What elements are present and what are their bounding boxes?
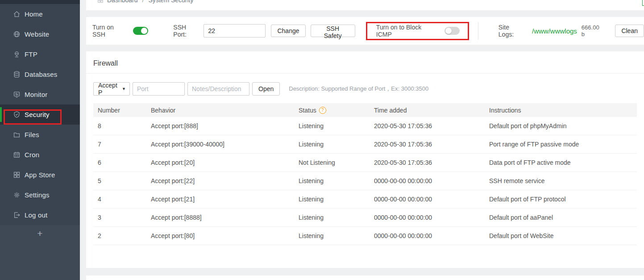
cell-instructions: Default port of FTP protocol — [485, 196, 637, 203]
header-instructions: Instructions — [485, 107, 637, 114]
table-row: 6 Accept port:[20] Not Listening 2020-05… — [93, 154, 637, 172]
cell-number: 8 — [93, 122, 146, 130]
header-status: Status ? — [294, 107, 370, 114]
header-time-added: Time added — [370, 107, 485, 114]
calendar-icon — [13, 151, 21, 159]
cell-behavior: Accept port:[20] — [146, 159, 294, 166]
cell-number: 6 — [93, 159, 146, 166]
clean-logs-button[interactable]: Clean — [615, 25, 644, 37]
ssh-port-input[interactable] — [204, 24, 266, 38]
folder-icon — [13, 131, 21, 138]
ssh-toggle[interactable] — [133, 27, 148, 35]
cell-instructions: Data port of FTP active mode — [485, 159, 637, 166]
sidebar-item-ftp[interactable]: FTP — [0, 44, 80, 64]
open-port-button[interactable]: Open — [252, 82, 280, 96]
table-row: 4 Accept port:[21] Listening 0000-00-00 … — [93, 190, 637, 209]
status-help-icon[interactable]: ? — [319, 107, 326, 114]
port-range-description: Description: Supported Range of Port，Ex:… — [289, 85, 428, 93]
sidebar-item-label: Databases — [25, 71, 58, 78]
header-behavior: Behavior — [146, 107, 294, 114]
dashboard-grid-icon — [97, 0, 104, 3]
table-row: 8 Accept port:[888] Listening 2020-05-30… — [93, 117, 637, 135]
cell-behavior: Accept port:[80] — [146, 232, 294, 239]
grid-icon — [13, 171, 21, 179]
icmp-toggle[interactable] — [445, 27, 460, 35]
firewall-title: Firewall — [86, 51, 644, 74]
breadcrumb-separator: / — [142, 0, 144, 4]
sidebar-item-security[interactable]: Security — [0, 104, 80, 125]
cell-instructions: Default port of phpMyAdmin — [485, 122, 637, 130]
vertical-divider — [478, 22, 478, 40]
cell-time: 2020-05-30 17:05:36 — [370, 122, 485, 130]
gear-icon — [13, 191, 21, 199]
breadcrumb: Dashboard / System Security — [97, 0, 194, 4]
home-icon — [13, 10, 21, 18]
ftp-icon — [13, 50, 21, 58]
logout-icon — [13, 211, 21, 219]
cell-time: 0000-00-00 00:00:00 — [370, 232, 485, 239]
table-row: 3 Accept port:[8888] Listening 0000-00-0… — [93, 209, 637, 227]
sidebar-item-settings[interactable]: Settings — [0, 185, 80, 205]
sidebar-menu: Home Website FTP Databases Monitor Secur… — [0, 4, 80, 225]
cell-time: 2020-05-30 17:05:36 — [370, 159, 485, 166]
cell-number: 3 — [93, 214, 146, 221]
sidebar-item-app-store[interactable]: App Store — [0, 165, 80, 185]
cell-time: 0000-00-00 00:00:00 — [370, 196, 485, 203]
table-header-row: Number Behavior Status ? Time added Inst… — [93, 103, 637, 117]
sidebar-item-label: App Store — [25, 171, 55, 179]
sidebar-item-label: Home — [25, 10, 43, 18]
cell-number: 7 — [93, 141, 146, 148]
header-number: Number — [93, 107, 146, 114]
annotation-box-icmp: Turn on to Block ICMP — [366, 22, 469, 40]
shield-icon — [13, 111, 21, 118]
cell-instructions: Default port of WebSite — [485, 232, 637, 239]
accept-port-select[interactable]: Accept P ▼ — [93, 82, 130, 96]
breadcrumb-dashboard-link[interactable]: Dashboard — [107, 0, 138, 4]
site-logs-label: Site Logs: — [499, 24, 526, 38]
icmp-toggle-label: Turn on to Block ICMP — [376, 24, 439, 38]
cell-status: Listening — [294, 232, 370, 239]
table-body: 8 Accept port:[888] Listening 2020-05-30… — [93, 117, 637, 245]
cell-behavior: Accept port:[888] — [146, 122, 294, 130]
cell-time: 0000-00-00 00:00:00 — [370, 214, 485, 221]
ssh-safety-button[interactable]: SSH Safety — [311, 25, 355, 37]
cell-status: Listening — [294, 177, 370, 184]
cell-instructions: Port range of FTP passive mode — [485, 141, 637, 148]
sidebar-item-label: Log out — [25, 211, 47, 219]
cell-instructions: Default port of aaPanel — [485, 214, 637, 221]
cell-time: 0000-00-00 00:00:00 — [370, 177, 485, 184]
ssh-port-label: SSH Port: — [173, 24, 201, 38]
cell-number: 2 — [93, 232, 146, 239]
sidebar-item-files[interactable]: Files — [0, 125, 80, 145]
sidebar-item-label: Settings — [25, 191, 50, 199]
table-row: 7 Accept port:[39000-40000] Listening 20… — [93, 135, 637, 154]
sidebar-item-home[interactable]: Home — [0, 4, 80, 24]
database-icon — [13, 71, 21, 78]
sidebar-item-website[interactable]: Website — [0, 24, 80, 44]
firewall-form: Accept P ▼ Open Description: Supported R… — [93, 82, 637, 96]
cell-behavior: Accept port:[8888] — [146, 214, 294, 221]
sidebar-item-log-out[interactable]: Log out — [0, 205, 80, 225]
sidebar-item-label: FTP — [25, 50, 37, 58]
cell-status: Listening — [294, 122, 370, 130]
notes-input[interactable] — [187, 82, 249, 96]
sidebar-item-databases[interactable]: Databases — [0, 64, 80, 84]
table-row: 5 Accept port:[22] Listening 0000-00-00 … — [93, 172, 637, 190]
change-port-button[interactable]: Change — [271, 25, 305, 37]
accept-port-select-value: Accept P — [98, 82, 119, 96]
cell-number: 4 — [93, 196, 146, 203]
add-shortcut-button[interactable]: + — [0, 227, 80, 240]
search-logs-input[interactable] — [642, 0, 644, 6]
site-logs-path-link[interactable]: /www/wwwlogs — [532, 27, 577, 35]
sidebar-item-label: Monitor — [25, 91, 47, 98]
sidebar-logo-strip — [0, 0, 80, 4]
breadcrumb-current-page: System Security — [148, 0, 193, 4]
firewall-table: Number Behavior Status ? Time added Inst… — [93, 103, 637, 245]
sidebar-item-monitor[interactable]: Monitor — [0, 84, 80, 104]
port-input[interactable] — [133, 82, 185, 96]
cell-number: 5 — [93, 177, 146, 184]
sidebar-item-cron[interactable]: Cron — [0, 145, 80, 165]
cell-status: Listening — [294, 141, 370, 148]
ssh-settings-bar: Turn on SSH SSH Port: Change SSH Safety … — [86, 17, 644, 45]
cell-behavior: Accept port:[39000-40000] — [146, 141, 294, 148]
